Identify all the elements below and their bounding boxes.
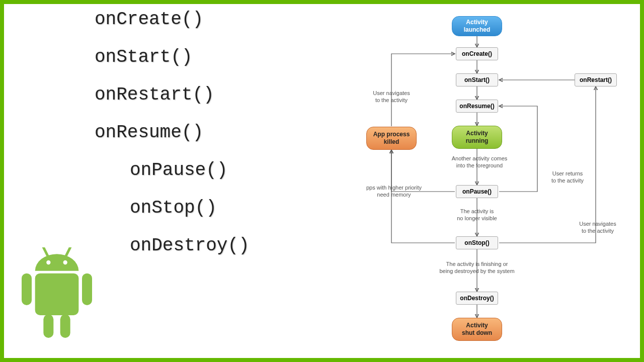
label-no-longer-visible: The activity is no longer visible xyxy=(447,208,507,222)
label-finishing: The activity is finishing or being destr… xyxy=(432,260,522,275)
svg-rect-5 xyxy=(22,274,32,305)
label-user-navigates: User navigates to the activity xyxy=(361,89,422,104)
node-onstop: onStop() xyxy=(456,236,498,249)
label-another-activity: Another activity comes into the foregrou… xyxy=(444,155,515,169)
method-onpause: onPause() xyxy=(95,160,250,180)
android-icon xyxy=(14,247,100,348)
svg-point-3 xyxy=(63,260,67,264)
svg-rect-6 xyxy=(82,274,92,305)
method-list: onCreate() onStart() onRestart() onResum… xyxy=(95,9,250,273)
svg-rect-8 xyxy=(60,314,70,338)
method-onrestart: onRestart() xyxy=(95,84,250,105)
svg-point-2 xyxy=(46,260,50,264)
method-onresume: onResume() xyxy=(95,122,250,143)
label-higher-priority: pps with higher priority need memory xyxy=(359,184,429,199)
node-onresume: onResume() xyxy=(456,100,498,113)
node-onrestart: onRestart() xyxy=(575,73,617,86)
method-oncreate: onCreate() xyxy=(95,9,250,30)
svg-rect-4 xyxy=(35,274,79,315)
frame: onCreate() onStart() onRestart() onResum… xyxy=(0,0,644,362)
node-activity-shutdown: Activity shut down xyxy=(452,318,502,341)
label-user-navigates-2: User navigates to the activity xyxy=(570,220,625,235)
svg-line-1 xyxy=(65,247,70,257)
node-app-killed: App process killed xyxy=(366,127,417,150)
node-activity-launched: Activity launched xyxy=(452,16,502,36)
method-onstop: onStop() xyxy=(95,198,250,218)
lifecycle-diagram: Activity launched onCreate() onStart() o… xyxy=(326,4,640,358)
node-onpause: onPause() xyxy=(456,185,498,198)
label-user-returns: User returns to the activity xyxy=(542,170,593,185)
node-activity-running: Activity running xyxy=(452,126,502,149)
node-ondestroy: onDestroy() xyxy=(456,292,498,305)
svg-rect-7 xyxy=(43,314,53,338)
left-panel: onCreate() onStart() onRestart() onResum… xyxy=(4,4,326,358)
svg-line-0 xyxy=(43,247,48,257)
method-onstart: onStart() xyxy=(95,47,250,67)
node-oncreate: onCreate() xyxy=(456,47,498,60)
node-onstart: onStart() xyxy=(456,73,498,86)
method-ondestroy: onDestroy() xyxy=(95,235,250,256)
